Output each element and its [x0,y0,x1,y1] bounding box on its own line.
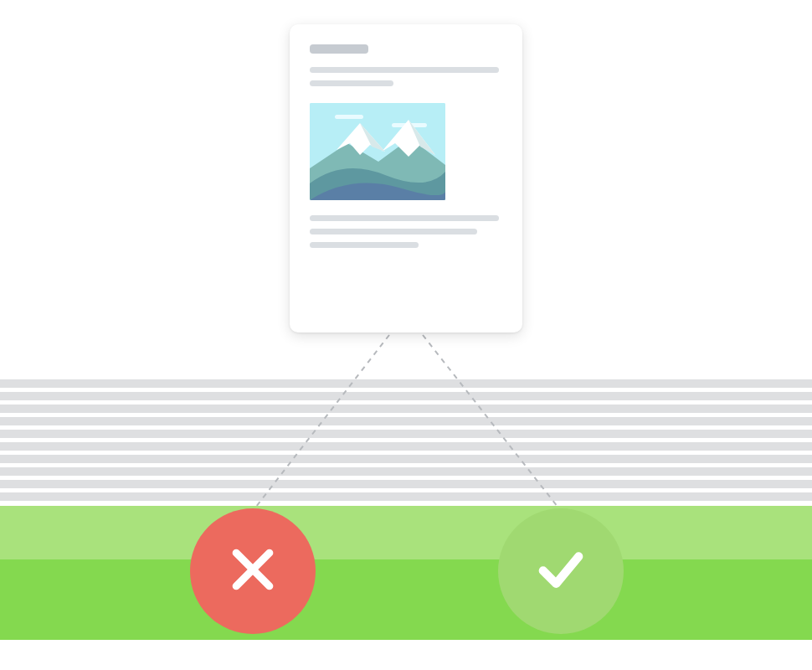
doc-line-placeholder [310,215,499,221]
document-card [290,24,522,332]
green-band-main [0,559,812,640]
doc-line-placeholder [310,242,419,248]
reject-outcome [190,508,316,634]
svg-rect-3 [335,115,363,119]
diagram-stage [0,0,812,670]
doc-image-thumbnail [310,103,445,200]
green-band-top [0,506,812,559]
doc-line-placeholder [310,67,499,73]
doc-title-placeholder [310,44,368,54]
accept-outcome [498,508,624,634]
doc-line-placeholder [310,229,477,234]
check-icon [532,541,589,601]
doc-line-placeholder [310,80,393,86]
x-icon [224,541,281,601]
